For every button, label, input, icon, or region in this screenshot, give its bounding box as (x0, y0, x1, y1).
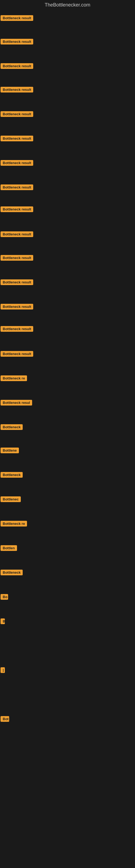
bottleneck-badge: Bottleneck result (1, 63, 33, 69)
list-item: Bot (1, 716, 9, 723)
list-item: Bottleneck result (1, 111, 33, 118)
site-title: TheBottlenecker.com (0, 0, 135, 10)
list-item: Bottleneck re (1, 521, 27, 528)
list-item: Bottleneck result (1, 184, 33, 191)
bottleneck-badge: Bottleneck resul (1, 400, 32, 405)
bottleneck-badge: Bottleneck result (1, 326, 33, 332)
bottleneck-badge: Bottleneck (1, 424, 23, 430)
bottleneck-badge: B (1, 618, 5, 624)
list-item: Bottleneck result (1, 207, 33, 213)
list-item: Bottleneck resul (1, 400, 32, 407)
list-item: | (1, 667, 5, 674)
list-item: Bo (1, 594, 8, 601)
bottleneck-badge: Bottlenec (1, 496, 21, 502)
list-item: Bottleneck result (1, 87, 33, 94)
bottleneck-badge: Bottleneck result (1, 87, 33, 93)
list-item: Bottleneck result (1, 326, 33, 333)
bottleneck-badge: Bottleneck result (1, 231, 33, 237)
bottleneck-badge: Bottleneck result (1, 351, 33, 357)
list-item: Bottlen (1, 545, 17, 552)
list-item: Bottleneck re (1, 375, 27, 382)
bottleneck-badge: Bottleneck result (1, 15, 33, 21)
bottleneck-badge: | (1, 667, 5, 673)
bottleneck-badge: Bottlen (1, 545, 17, 551)
list-item: Bottleneck result (1, 279, 33, 286)
bottleneck-badge: Bottleneck (1, 569, 23, 575)
list-item: Bottleneck result (1, 135, 33, 143)
list-item: Bottlenec (1, 496, 21, 503)
bottleneck-badge: Bo (1, 594, 8, 600)
bottleneck-badge: Bottleneck result (1, 255, 33, 261)
list-item: Bottleneck result (1, 39, 33, 45)
bottleneck-badge: Bottleneck result (1, 111, 33, 117)
bottleneck-badge: Bottleneck result (1, 184, 33, 190)
bottleneck-badge: Bottleneck result (1, 135, 33, 141)
list-item: B (1, 618, 5, 625)
bottleneck-badge: Bottleneck re (1, 375, 27, 381)
list-item: Bottleneck result (1, 63, 33, 70)
bottleneck-badge: Bottleneck re (1, 521, 27, 527)
list-item: Bottleneck result (1, 351, 33, 358)
list-item: Bottlene (1, 447, 19, 454)
list-item: Bottleneck result (1, 160, 33, 167)
bottleneck-badge: Bottlene (1, 447, 19, 453)
bottleneck-badge: Bottleneck result (1, 39, 33, 44)
list-item: Bottleneck result (1, 15, 33, 22)
list-item: Bottleneck result (1, 255, 33, 262)
list-item: Bottleneck (1, 569, 23, 577)
bottleneck-badge: Bottleneck result (1, 160, 33, 166)
bottleneck-badge: Bottleneck result (1, 207, 33, 212)
list-item: Bottleneck (1, 424, 23, 431)
bottleneck-badge: Bottleneck (1, 472, 23, 478)
list-item: Bottleneck result (1, 304, 33, 311)
bottleneck-badge: Bottleneck result (1, 304, 33, 310)
bottleneck-badge: Bottleneck result (1, 279, 33, 285)
list-item: Bottleneck (1, 472, 23, 479)
list-item: Bottleneck result (1, 231, 33, 238)
bottleneck-badge: Bot (1, 716, 9, 722)
